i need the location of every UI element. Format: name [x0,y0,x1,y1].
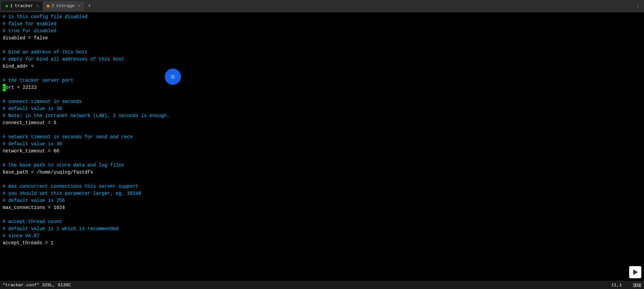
editor-line: accept_threads = 1 [3,240,641,247]
editor-line: # accept thread count [3,218,641,225]
editor-line: # default value is 256 [3,197,641,204]
tab-storage-label: 2 [51,3,54,8]
status-position: 11,1 [611,283,622,288]
editor-line: # false for enabled [3,21,641,28]
editor-line [3,155,641,162]
status-file-label: "tracker.conf" 329L, 9138C [3,283,71,288]
editor-line: # max concurrent connections this server… [3,183,641,190]
status-bar-right: 11,1 顶端 [611,282,641,288]
status-bar-file-info: "tracker.conf" 329L, 9138C [3,283,611,288]
editor-line: bind_addr = [3,63,641,70]
editor-line: network_timeout = 60 [3,148,641,155]
tab-bar: 1 tracker × 2 storage × + ⋮ [0,0,644,12]
editor-line: base_path = /home/yuqing/fastdfs [3,169,641,176]
editor-line: # default value is 1 which is recommende… [3,225,641,232]
tab-storage-close[interactable]: × [78,4,80,8]
editor-line: # bind an address of this host [3,49,641,56]
editor-line [3,91,641,98]
cursor-indicator [165,69,181,85]
tab-tracker-name: tracker [15,3,33,8]
tab-storage-name: storage [56,3,75,8]
play-icon [633,269,638,275]
editor-line: # the base path to store data and log fi… [3,162,641,169]
editor-line [3,42,641,49]
tab-storage-dot [47,5,49,7]
editor-line: # network timeout in seconds for send an… [3,134,641,141]
tab-bar-menu-icon: ⋮ [636,3,640,8]
editor-line: # empty for bind all addresses of this h… [3,56,641,63]
editor-line: disabled = false [3,35,641,42]
tab-tracker-close[interactable]: × [36,4,39,8]
editor-line: port = 22122 [3,84,641,91]
editor-area[interactable]: # is this config file disabled# false fo… [0,12,644,281]
editor-line: # the tracker server port [3,77,641,84]
editor-line [3,211,641,218]
editor-line [3,127,641,134]
editor-content: # is this config file disabled# false fo… [3,13,641,247]
tab-storage[interactable]: 2 storage × [43,1,84,11]
status-bar: "tracker.conf" 329L, 9138C 11,1 顶端 [0,281,644,289]
tab-add-button[interactable]: + [85,2,93,10]
editor-line [3,70,641,77]
editor-line: # default value is 30 [3,105,641,112]
tab-tracker-dot [5,5,8,7]
editor-line: # Note: in the intranet network (LAN), 2… [3,112,641,119]
play-button[interactable] [629,266,641,278]
editor-line: # true for disabled [3,28,641,35]
editor-line: # connect timeout in seconds [3,98,641,105]
tab-bar-menu[interactable]: ⋮ [636,3,643,8]
tab-tracker[interactable]: 1 tracker × [1,1,43,11]
editor-line: # default value is 30 [3,141,641,148]
status-mode: 顶端 [633,282,641,288]
cursor-indicator-inner [171,74,175,79]
editor-line: # you should set this parameter larger, … [3,190,641,197]
editor-line: # is this config file disabled [3,13,641,21]
editor-line [3,176,641,183]
editor-line: # since V4.07 [3,232,641,240]
editor-line: connect_timeout = 5 [3,119,641,127]
tab-tracker-label: 1 [10,3,13,8]
editor-line: max_connections = 1024 [3,204,641,211]
